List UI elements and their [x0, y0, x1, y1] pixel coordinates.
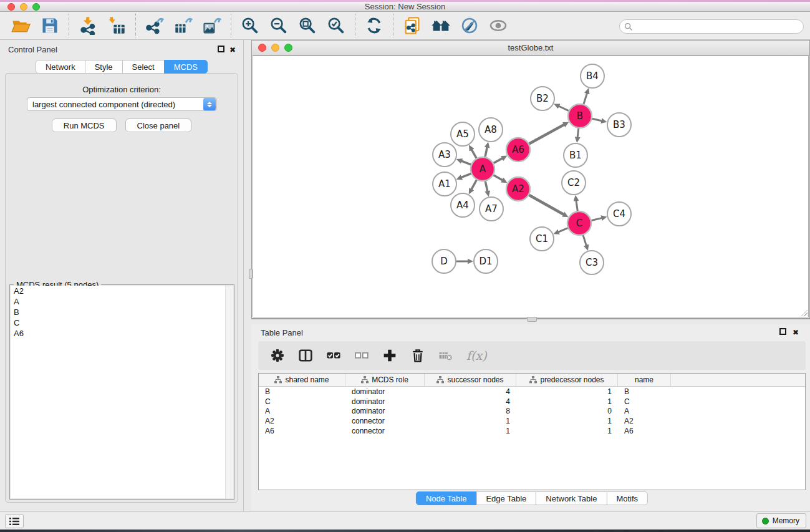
search-input[interactable] — [633, 21, 803, 32]
delete-button[interactable] — [408, 346, 427, 365]
zoom-selected-button[interactable] — [325, 14, 347, 37]
mcds-result-item[interactable]: A2 — [11, 286, 233, 296]
settings-button[interactable] — [268, 346, 287, 365]
column-header-successor-nodes[interactable]: successor nodes — [425, 374, 516, 386]
zoom-out-button[interactable] — [268, 14, 290, 37]
tab-mcds[interactable]: MCDS — [164, 60, 208, 74]
eye-icon — [488, 16, 508, 35]
node-C3[interactable]: C3 — [580, 251, 604, 274]
close-panel-button[interactable]: Close panel — [125, 118, 192, 132]
column-header-name[interactable]: name — [618, 374, 671, 386]
tab-motifs[interactable]: Motifs — [606, 491, 648, 505]
criterion-select[interactable]: largest connected component (directed) — [27, 97, 217, 111]
edge-A-A8[interactable] — [485, 147, 487, 157]
edge-B-B4[interactable] — [584, 94, 587, 104]
edge-B-B1[interactable] — [577, 128, 579, 137]
node-C4[interactable]: C4 — [607, 202, 631, 226]
node-B3[interactable]: B3 — [607, 113, 631, 137]
node-B4[interactable]: B4 — [581, 64, 604, 88]
edge-B-B2[interactable] — [559, 106, 569, 110]
export-image-button[interactable] — [201, 14, 223, 37]
task-history-button[interactable] — [5, 514, 24, 528]
tab-select[interactable]: Select — [122, 60, 165, 74]
edge-A-A6[interactable] — [494, 158, 503, 163]
mcds-result-item[interactable]: B — [11, 307, 233, 317]
node-B[interactable]: B — [568, 104, 592, 128]
node-B1[interactable]: B1 — [564, 143, 587, 167]
table-row[interactable]: Bdominator41B — [259, 387, 805, 397]
open-folder-button[interactable] — [10, 14, 32, 37]
hide-annotations-button[interactable] — [458, 14, 481, 37]
column-header-MCDS-role[interactable]: MCDS role — [345, 374, 425, 386]
table-row[interactable]: A6connector11A6 — [259, 426, 805, 436]
edge-C-C3[interactable] — [583, 235, 586, 245]
mcds-result-item[interactable]: A — [11, 296, 233, 307]
edge-A2-C[interactable] — [529, 195, 563, 215]
node-A[interactable]: A — [471, 157, 494, 181]
edge-A-A4[interactable] — [471, 180, 476, 190]
deselect-all-button[interactable] — [352, 346, 371, 365]
memory-button[interactable]: Memory — [756, 513, 806, 528]
node-A7[interactable]: A7 — [480, 197, 503, 221]
run-mcds-button[interactable]: Run MCDS — [52, 118, 117, 132]
export-network-button[interactable] — [143, 14, 166, 37]
node-A1[interactable]: A1 — [433, 172, 456, 196]
table-row[interactable]: Adominator80A — [259, 407, 805, 417]
column-header-shared-name[interactable]: shared name — [259, 374, 345, 386]
mcds-result-item[interactable]: C — [11, 317, 233, 328]
close-table-panel-icon[interactable]: ✖ — [791, 328, 800, 337]
search-box[interactable] — [619, 19, 804, 34]
node-A3[interactable]: A3 — [433, 143, 456, 167]
pane-divider-grip[interactable] — [249, 269, 253, 279]
table-row[interactable]: Cdominator41C — [259, 397, 805, 407]
columns-button[interactable] — [296, 346, 315, 365]
node-C[interactable]: C — [567, 211, 591, 235]
node-C1[interactable]: C1 — [530, 227, 554, 251]
refresh-button[interactable] — [363, 14, 385, 37]
edge-B-B3[interactable] — [592, 118, 602, 120]
float-table-panel-icon[interactable] — [779, 328, 786, 335]
select-all-button[interactable] — [324, 346, 343, 365]
float-panel-icon[interactable] — [218, 46, 224, 52]
scrollbar-track[interactable] — [225, 286, 233, 498]
export-table-button[interactable] — [172, 14, 195, 37]
tab-node-table[interactable]: Node Table — [416, 491, 477, 505]
node-A4[interactable]: A4 — [451, 193, 475, 217]
import-table-button[interactable] — [105, 14, 128, 37]
edge-C-C1[interactable] — [559, 228, 568, 232]
node-A5[interactable]: A5 — [451, 122, 475, 146]
mcds-result-item[interactable]: A6 — [11, 328, 233, 339]
tab-style[interactable]: Style — [85, 60, 123, 74]
node-D[interactable]: D — [432, 249, 456, 273]
network-canvas[interactable]: B4B2BB3A8A5A6A3B1AA1C2A2A4A7C4CC1C3DD1 — [253, 56, 809, 317]
node-A8[interactable]: A8 — [479, 118, 503, 142]
zoom-fit-button[interactable] — [296, 14, 319, 37]
add-button[interactable] — [380, 346, 399, 365]
edge-A-A2[interactable] — [493, 175, 502, 180]
clone-network-button[interactable] — [401, 14, 423, 37]
edge-C-C4[interactable] — [591, 218, 601, 221]
edge-A-A1[interactable] — [461, 173, 471, 177]
tab-network[interactable]: Network — [36, 60, 85, 74]
import-network-button[interactable] — [77, 14, 99, 37]
divider-grip[interactable] — [527, 317, 537, 322]
tab-edge-table[interactable]: Edge Table — [476, 491, 536, 505]
node-A6[interactable]: A6 — [506, 138, 530, 162]
edge-A-A7[interactable] — [485, 181, 488, 191]
node-C2[interactable]: C2 — [562, 171, 586, 195]
node-B2[interactable]: B2 — [531, 87, 554, 110]
home-button[interactable] — [430, 14, 452, 37]
zoom-in-button[interactable] — [239, 14, 261, 37]
tab-network-table[interactable]: Network Table — [536, 491, 607, 505]
node-A2[interactable]: A2 — [506, 177, 530, 201]
close-panel-icon[interactable]: ✖ — [228, 46, 237, 54]
eye-button[interactable] — [487, 14, 509, 37]
edge-A6-B[interactable] — [529, 125, 564, 144]
edge-A-A3[interactable] — [461, 161, 471, 165]
node-D1[interactable]: D1 — [474, 249, 498, 273]
edge-A-A5[interactable] — [471, 150, 476, 158]
column-header-predecessor-nodes[interactable]: predecessor nodes — [516, 374, 618, 386]
edge-C-C2[interactable] — [576, 201, 577, 211]
table-row[interactable]: A2connector11A2 — [259, 416, 805, 426]
save-button[interactable] — [39, 14, 61, 37]
